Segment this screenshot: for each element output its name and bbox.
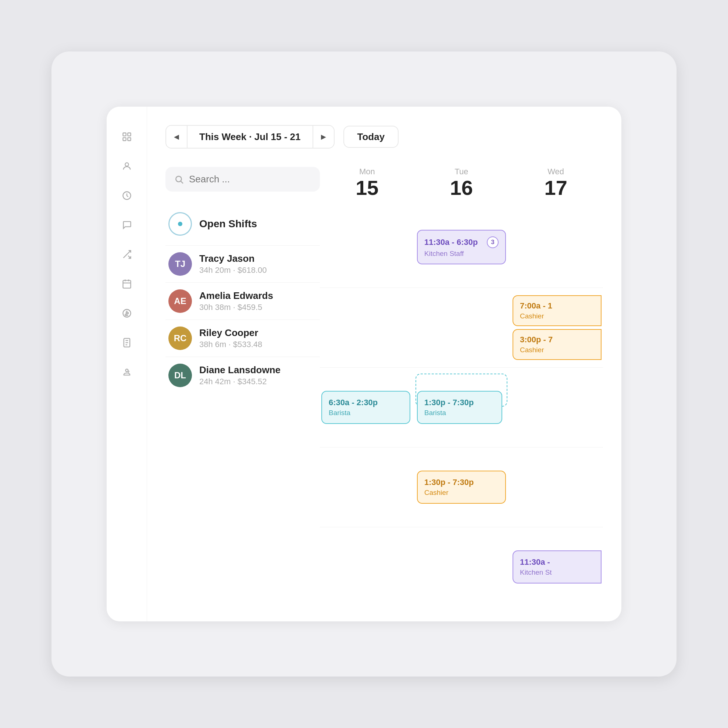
week-nav: ◀ This Week · Jul 15 - 21 ▶ xyxy=(165,125,335,148)
day-col-mon: Mon 15 xyxy=(320,167,414,210)
search-input[interactable] xyxy=(189,174,311,185)
shift-time-riley-tue: 1:30p - 7:30p xyxy=(424,478,499,487)
next-week-button[interactable]: ▶ xyxy=(313,126,334,148)
sidebar-icon-shuffle[interactable] xyxy=(119,246,135,263)
staff-meta-tracy: 34h 20m · $618.00 xyxy=(199,265,266,275)
sidebar-icon-chat[interactable] xyxy=(119,217,135,233)
sidebar-icon-receipt[interactable] xyxy=(119,335,135,351)
sidebar-icon-clock[interactable] xyxy=(119,188,135,204)
staff-panel: Open Shifts TJ Tracy Jason 34h 20m · $61… xyxy=(165,167,320,607)
header: ◀ This Week · Jul 15 - 21 ▶ Today xyxy=(165,125,603,148)
staff-row-amelia: AE Amelia Edwards 30h 38m · $459.5 xyxy=(165,283,320,320)
day-headers: Mon 15 Tue 16 Wed xyxy=(320,167,603,210)
day-num-tue: 16 xyxy=(450,176,473,199)
cell-open-wed xyxy=(511,213,603,281)
shift-time-tracy-wed1: 7:00a - 1 xyxy=(520,301,594,311)
avatar-diane: DL xyxy=(168,364,192,387)
svg-rect-3 xyxy=(128,138,130,141)
cell-riley-wed xyxy=(511,453,603,521)
schedule-row-tracy: 7:00a - 1 Cashier 3:00p - 7 Cashier xyxy=(320,291,603,364)
svg-rect-2 xyxy=(123,138,126,141)
open-shifts-icon xyxy=(168,212,192,236)
day-col-tue: Tue 16 xyxy=(414,167,509,210)
search-icon xyxy=(174,174,184,184)
shift-role-amelia-mon: Barista xyxy=(329,409,403,417)
avatar-riley: RC xyxy=(168,326,192,350)
outer-card: ◀ This Week · Jul 15 - 21 ▶ Today xyxy=(52,52,676,676)
cell-open-tue[interactable]: 11:30a - 6:30p 3 Kitchen Staff xyxy=(416,213,508,281)
shift-tracy-wed1[interactable]: 7:00a - 1 Cashier xyxy=(512,295,601,326)
cell-open-mon xyxy=(320,213,412,281)
schedule-body: 11:30a - 6:30p 3 Kitchen Staff xyxy=(320,210,603,607)
shift-time-amelia-tue: 1:30p - 7:30p xyxy=(424,398,495,407)
svg-point-12 xyxy=(125,369,128,372)
staff-name-amelia: Amelia Edwards xyxy=(199,290,273,301)
svg-line-14 xyxy=(181,181,183,183)
cell-diane-tue xyxy=(416,533,508,601)
cell-tracy-wed: 7:00a - 1 Cashier 3:00p - 7 Cashier xyxy=(511,294,603,361)
staff-row-tracy: TJ Tracy Jason 34h 20m · $618.00 xyxy=(165,246,320,282)
shift-amelia-tue[interactable]: 1:30p - 7:30p Barista xyxy=(417,391,502,424)
cell-amelia-wed xyxy=(511,373,603,441)
sidebar-icon-dollar[interactable] xyxy=(119,305,135,321)
today-button[interactable]: Today xyxy=(343,126,399,148)
calendar-panel: Mon 15 Tue 16 Wed xyxy=(320,167,603,607)
cell-amelia-mon[interactable]: 6:30a - 2:30p Barista xyxy=(320,373,412,441)
staff-name-tracy: Tracy Jason xyxy=(199,253,266,265)
day-name-mon: Mon xyxy=(359,167,375,176)
schedule-row-amelia: 6:30a - 2:30p Barista 1:30p - 7:30p Bari… xyxy=(320,371,603,444)
day-num-wed: 17 xyxy=(544,176,567,199)
shift-role-riley-tue: Cashier xyxy=(424,489,499,497)
sidebar-icon-person[interactable] xyxy=(119,158,135,174)
cell-tracy-tue xyxy=(416,294,508,361)
sidebar-icon-calendar[interactable] xyxy=(119,276,135,292)
staff-info-diane: Diane Lansdowne 24h 42m · $345.52 xyxy=(199,364,281,387)
avatar-amelia: AE xyxy=(168,289,192,313)
day-header-wed: Wed 17 xyxy=(508,167,603,210)
staff-info-tracy: Tracy Jason 34h 20m · $618.00 xyxy=(199,253,266,275)
svg-rect-1 xyxy=(128,133,130,136)
search-bar xyxy=(165,167,320,191)
shift-amelia-mon[interactable]: 6:30a - 2:30p Barista xyxy=(321,391,410,424)
staff-row-riley: RC Riley Cooper 38h 6m · $533.48 xyxy=(165,320,320,356)
day-header-mon: Mon 15 xyxy=(320,167,414,210)
shift-role-amelia-tue: Barista xyxy=(424,409,495,417)
cell-amelia-tue[interactable]: 1:30p - 7:30p Barista xyxy=(416,373,508,441)
cell-diane-wed[interactable]: 11:30a - Kitchen St xyxy=(511,533,603,601)
sidebar-icon-person-alt[interactable] xyxy=(119,364,135,380)
shift-time-amelia-mon: 6:30a - 2:30p xyxy=(329,398,403,407)
schedule-row-open: 11:30a - 6:30p 3 Kitchen Staff xyxy=(320,210,603,284)
cell-tracy-mon xyxy=(320,294,412,361)
cell-diane-mon xyxy=(320,533,412,601)
day-header-tue: Tue 16 xyxy=(414,167,509,210)
sidebar-icon-grid[interactable] xyxy=(119,129,135,145)
day-col-wed: Wed 17 xyxy=(508,167,603,210)
schedule-row-diane: 11:30a - Kitchen St xyxy=(320,530,603,604)
shift-riley-tue[interactable]: 1:30p - 7:30p Cashier xyxy=(417,471,506,504)
shift-open-tue[interactable]: 11:30a - 6:30p 3 Kitchen Staff xyxy=(417,230,506,265)
day-name-wed: Wed xyxy=(548,167,564,176)
open-shifts-label: Open Shifts xyxy=(199,218,257,230)
shift-time-tracy-wed2: 3:00p - 7 xyxy=(520,335,594,344)
avatar-tracy: TJ xyxy=(168,252,192,276)
open-shifts-row: Open Shifts xyxy=(165,206,320,242)
main-content: ◀ This Week · Jul 15 - 21 ▶ Today xyxy=(147,107,621,621)
shift-role-tracy-wed1: Cashier xyxy=(520,312,594,320)
svg-point-4 xyxy=(125,163,128,166)
cell-riley-mon xyxy=(320,453,412,521)
sidebar xyxy=(107,107,147,621)
svg-rect-0 xyxy=(123,133,126,136)
shift-role-tracy-wed2: Cashier xyxy=(520,346,594,354)
prev-week-button[interactable]: ◀ xyxy=(166,126,187,148)
shift-role-open-tue: Kitchen Staff xyxy=(424,250,499,258)
staff-meta-riley: 38h 6m · $533.48 xyxy=(199,340,262,349)
schedule: Open Shifts TJ Tracy Jason 34h 20m · $61… xyxy=(165,167,603,607)
cell-riley-tue[interactable]: 1:30p - 7:30p Cashier xyxy=(416,453,508,521)
svg-rect-6 xyxy=(123,281,130,288)
staff-meta-diane: 24h 42m · $345.52 xyxy=(199,377,281,387)
svg-point-13 xyxy=(176,176,181,182)
inner-card: ◀ This Week · Jul 15 - 21 ▶ Today xyxy=(107,107,621,621)
shift-tracy-wed2[interactable]: 3:00p - 7 Cashier xyxy=(512,329,601,360)
shift-badge-open-tue: 3 xyxy=(487,236,499,248)
shift-diane-wed[interactable]: 11:30a - Kitchen St xyxy=(512,551,601,584)
